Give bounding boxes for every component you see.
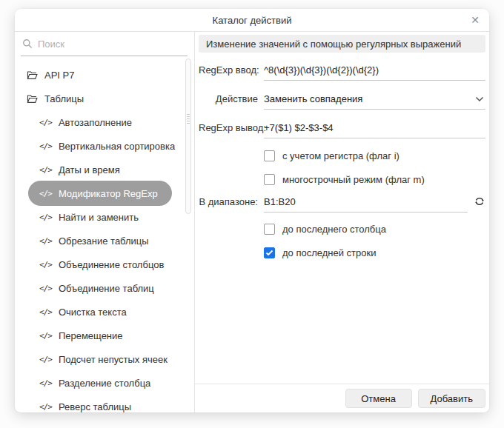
to-last-row-checkbox-row[interactable]: до последней строки <box>264 241 485 264</box>
dialog-titlebar: Каталог действий ✕ <box>15 9 489 32</box>
chevron-down-icon <box>475 96 484 102</box>
sidebar-item-obedinenie-stolbtsov[interactable]: </> Объединение столбцов <box>15 253 194 276</box>
checkbox[interactable] <box>264 224 275 235</box>
sidebar-item-label: Найти и заменить <box>59 212 139 223</box>
sidebar-item-vertikalnaya-sortirovka[interactable]: </> Вертикальная сортировка <box>15 134 194 158</box>
sidebar-item-label: Обрезание таблицы <box>59 235 149 247</box>
sidebar-item-label: Объединение таблиц <box>59 283 154 294</box>
add-button[interactable]: Добавить <box>418 389 485 408</box>
sidebar-item-label: Перемещение <box>59 330 123 341</box>
checkbox[interactable] <box>264 150 275 161</box>
action-select-value: Заменить совпадения <box>264 93 475 104</box>
action-settings-panel: Изменение значений с помощью регулярных … <box>195 32 489 412</box>
regexp-input-row: RegExp ввод: <box>199 53 485 81</box>
regexp-output-row: RegExp вывод: <box>199 110 485 138</box>
sidebar-item-label: Очистка текста <box>59 307 127 318</box>
range-row: В диапазоне: <box>199 191 485 213</box>
sidebar-item-label: Автозаполнение <box>59 117 132 128</box>
code-icon: </> <box>39 189 52 198</box>
search-box[interactable] <box>21 32 188 56</box>
action-catalog-dialog: Каталог действий ✕ API P7 <box>15 9 489 412</box>
sidebar-item-razdelenie-stolbtsa[interactable]: </> Разделение столбца <box>15 371 194 395</box>
dialog-footer: Отмена Добавить <box>195 384 489 412</box>
to-last-column-checkbox-row[interactable]: до последнего столбца <box>264 217 485 241</box>
multiline-checkbox-row[interactable]: многострочный режим (флаг m) <box>264 167 485 191</box>
sidebar-item-label: Даты и время <box>59 164 120 175</box>
action-label: Действие <box>199 93 258 110</box>
regexp-output-field[interactable] <box>264 122 485 133</box>
selected-item-pill: </> Модификатор RegExp <box>28 181 172 206</box>
sidebar-item-obrezanie-tablitsy[interactable]: </> Обрезание таблицы <box>15 229 194 253</box>
sidebar-item-ochistka-teksta[interactable]: </> Очистка текста <box>15 300 194 324</box>
sidebar-item-label: API P7 <box>44 70 74 81</box>
dialog-body: API P7 Таблицы </> Автозаполнение </> Ве… <box>15 32 489 412</box>
code-icon: </> <box>39 260 52 270</box>
regexp-output-label: RegExp вывод: <box>199 122 258 138</box>
range-field[interactable] <box>264 196 468 207</box>
action-select[interactable]: Заменить совпадения <box>264 93 485 110</box>
folder-icon <box>27 94 38 104</box>
code-icon: </> <box>39 165 52 175</box>
sidebar-item-nayti-i-zamenit[interactable]: </> Найти и заменить <box>15 205 194 229</box>
folder-icon <box>27 70 38 80</box>
close-icon[interactable]: ✕ <box>471 15 480 25</box>
sidebar-item-daty-i-vremya[interactable]: </> Даты и время <box>15 158 194 181</box>
sidebar-item-revers-tablitsy[interactable]: </> Реверс таблицы <box>15 395 194 412</box>
sidebar-item-avtozapolnenie[interactable]: </> Автозаполнение <box>15 110 194 134</box>
code-icon: </> <box>39 141 52 151</box>
regexp-input-field[interactable] <box>264 64 485 76</box>
sidebar-item-label: Вертикальная сортировка <box>59 141 175 152</box>
sidebar-folder-tablitsy[interactable]: Таблицы <box>15 87 194 110</box>
sidebar-item-podschet-nepustykh-yacheek[interactable]: </> Подсчет непустых ячеек <box>15 347 194 371</box>
sidebar-item-label: Реверс таблицы <box>59 401 131 412</box>
code-icon: </> <box>39 284 52 293</box>
action-description-header: Изменение значений с помощью регулярных … <box>199 35 485 53</box>
range-label: В диапазоне: <box>199 196 258 213</box>
sidebar-tree: API P7 Таблицы </> Автозаполнение </> Ве… <box>15 56 194 412</box>
sidebar-item-label: Модификатор RegExp <box>59 188 158 199</box>
code-icon: </> <box>39 378 52 388</box>
checkbox-label: многострочный режим (флаг m) <box>282 174 425 185</box>
sidebar-item-label: Подсчет непустых ячеек <box>59 354 168 365</box>
sidebar-item-peremeshchenie[interactable]: </> Перемещение <box>15 324 194 347</box>
sidebar-item-label: Таблицы <box>44 93 84 104</box>
code-icon: </> <box>39 213 52 222</box>
checkbox-label: до последнего столбца <box>282 224 386 235</box>
search-icon <box>22 39 33 49</box>
sidebar-item-label: Разделение столбца <box>59 378 150 389</box>
search-input[interactable] <box>38 39 186 50</box>
sidebar: API P7 Таблицы </> Автозаполнение </> Ве… <box>15 32 195 412</box>
code-icon: </> <box>39 402 52 412</box>
refresh-range-icon[interactable] <box>474 195 485 213</box>
dialog-title: Каталог действий <box>213 15 292 26</box>
cancel-button[interactable]: Отмена <box>345 389 412 408</box>
sidebar-scrollbar[interactable] <box>185 58 191 214</box>
code-icon: </> <box>39 307 52 317</box>
sidebar-item-modifikator-regexp-selected[interactable]: </> Модификатор RegExp <box>15 181 194 205</box>
checkbox-label: с учетом регистра (флаг i) <box>282 150 399 161</box>
code-icon: </> <box>39 355 52 364</box>
sidebar-folder-api-p7[interactable]: API P7 <box>15 63 194 87</box>
code-icon: </> <box>39 236 52 246</box>
checkbox-label: до последней строки <box>282 247 376 258</box>
checkbox[interactable] <box>264 174 275 185</box>
sidebar-item-label: Объединение столбцов <box>59 259 164 270</box>
action-select-row: Действие Заменить совпадения <box>199 81 485 110</box>
case-sensitive-checkbox-row[interactable]: с учетом регистра (флаг i) <box>264 144 485 167</box>
checkbox[interactable] <box>264 247 275 258</box>
sidebar-item-obedinenie-tablits[interactable]: </> Объединение таблиц <box>15 276 194 300</box>
code-icon: </> <box>39 118 52 127</box>
regexp-input-label: RegExp ввод: <box>199 64 258 81</box>
code-icon: </> <box>39 331 52 341</box>
